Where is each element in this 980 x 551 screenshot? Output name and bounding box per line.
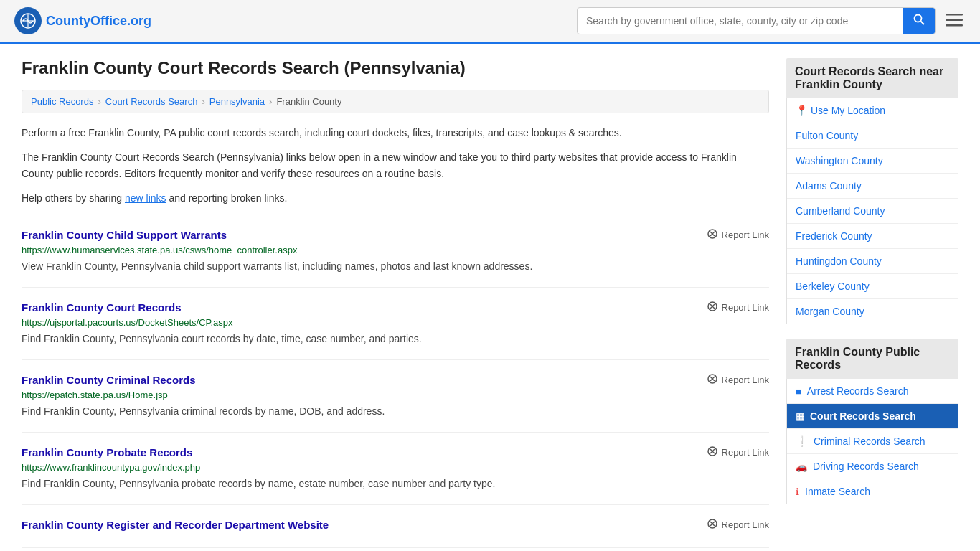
record-item: Franklin County Probate Records Report L… <box>22 433 769 505</box>
use-my-location-link[interactable]: 📍 Use My Location <box>787 98 958 123</box>
breadcrumb-public-records[interactable]: Public Records <box>31 96 93 107</box>
svg-rect-7 <box>946 24 963 27</box>
record-header: Franklin County Register and Recorder De… <box>22 518 769 532</box>
report-link-button[interactable]: Report Link <box>707 518 769 532</box>
report-link-label: Report Link <box>722 375 769 385</box>
report-link-button[interactable]: Report Link <box>707 301 769 314</box>
nearby-huntingdon-county[interactable]: Huntingdon County <box>787 249 958 274</box>
breadcrumb-court-records-search[interactable]: Court Records Search <box>105 96 198 107</box>
nearby-cumberland-county[interactable]: Cumberland County <box>787 199 958 224</box>
record-header: Franklin County Criminal Records Report … <box>22 373 769 387</box>
hamburger-menu-icon[interactable] <box>943 8 966 34</box>
report-link-label: Report Link <box>722 230 769 240</box>
record-item: Franklin County Criminal Records Report … <box>22 360 769 433</box>
header-right <box>577 7 966 34</box>
nearby-washington-county[interactable]: Washington County <box>787 149 958 174</box>
record-title[interactable]: Franklin County Register and Recorder De… <box>22 519 329 531</box>
record-title[interactable]: Franklin County Child Support Warrants <box>22 229 227 241</box>
description-2: The Franklin County Court Records Search… <box>22 149 769 182</box>
record-desc: Find Franklin County, Pennsylvania crimi… <box>22 404 769 419</box>
breadcrumb-pennsylvania[interactable]: Pennsylvania <box>209 96 265 107</box>
record-title[interactable]: Franklin County Probate Records <box>22 446 192 458</box>
arrest-records-link[interactable]: ■ Arrest Records Search <box>787 379 958 403</box>
record-header: Franklin County Court Records Report Lin… <box>22 301 769 314</box>
report-link-button[interactable]: Report Link <box>707 446 769 459</box>
nearby-berkeley-county[interactable]: Berkeley County <box>787 274 958 299</box>
sidebar-arrest-records: ■ Arrest Records Search <box>787 379 958 404</box>
nearby-section-title: Court Records Search near Franklin Count… <box>786 58 958 98</box>
arrest-icon: ■ <box>796 386 801 397</box>
logo-icon <box>14 7 42 34</box>
record-header: Franklin County Child Support Warrants R… <box>22 228 769 242</box>
new-links-link[interactable]: new links <box>125 192 166 204</box>
record-title[interactable]: Franklin County Court Records <box>22 301 182 314</box>
sidebar-court-records: ▦ Court Records Search <box>787 404 958 429</box>
nearby-adams-county[interactable]: Adams County <box>787 174 958 199</box>
description-1: Perform a free Franklin County, PA publi… <box>22 125 769 141</box>
record-item: Franklin County Register and Recorder De… <box>22 505 769 548</box>
sidebar-inmate-search: ℹ Inmate Search <box>787 479 958 504</box>
nearby-morgan-county[interactable]: Morgan County <box>787 299 958 324</box>
nearby-links-container: 📍 Use My Location Fulton County Washingt… <box>786 98 958 324</box>
report-link-label: Report Link <box>722 302 769 313</box>
record-url: https://ujsportal.pacourts.us/DocketShee… <box>22 317 769 328</box>
inmate-search-label: Inmate Search <box>805 486 870 497</box>
page-title: Franklin County Court Records Search (Pe… <box>22 58 769 78</box>
logo-text: CountyOffice.org <box>46 14 151 29</box>
svg-rect-6 <box>946 19 963 22</box>
report-link-button[interactable]: Report Link <box>707 373 769 387</box>
records-list: Franklin County Child Support Warrants R… <box>22 215 769 548</box>
court-records-link[interactable]: ▦ Court Records Search <box>787 404 958 428</box>
criminal-records-link[interactable]: ❕ Criminal Records Search <box>787 429 958 453</box>
report-icon <box>707 518 718 532</box>
nearby-frederick-county[interactable]: Frederick County <box>787 224 958 249</box>
criminal-records-label: Criminal Records Search <box>814 435 925 447</box>
report-icon <box>707 228 718 242</box>
driving-records-link[interactable]: 🚗 Driving Records Search <box>787 454 958 479</box>
record-url: https://epatch.state.pa.us/Home.jsp <box>22 390 769 400</box>
main-content: Franklin County Court Records Search (Pe… <box>22 58 769 548</box>
logo-area: CountyOffice.org <box>14 7 151 34</box>
record-desc: Find Franklin County, Pennsylvania proba… <box>22 476 769 491</box>
record-header: Franklin County Probate Records Report L… <box>22 446 769 459</box>
record-title[interactable]: Franklin County Criminal Records <box>22 374 196 386</box>
criminal-icon: ❕ <box>796 435 808 447</box>
report-link-button[interactable]: Report Link <box>707 228 769 242</box>
driving-icon: 🚗 <box>796 461 807 472</box>
record-url: https://www.humanservices.state.pa.us/cs… <box>22 245 769 255</box>
description-3-post: and reporting broken links. <box>166 192 288 204</box>
breadcrumb: Public Records › Court Records Search › … <box>22 90 769 113</box>
description-3: Help others by sharing new links and rep… <box>22 190 769 206</box>
report-link-label: Report Link <box>722 519 769 530</box>
breadcrumb-franklin-county: Franklin County <box>276 96 341 107</box>
use-location-label: Use My Location <box>811 105 885 116</box>
public-records-list: ■ Arrest Records Search ▦ Court Records … <box>786 379 958 504</box>
svg-point-3 <box>915 15 922 22</box>
breadcrumb-sep-2: › <box>202 96 204 107</box>
svg-line-4 <box>921 22 925 25</box>
search-input[interactable] <box>578 9 903 32</box>
public-records-section-title: Franklin County Public Records <box>786 339 958 379</box>
sidebar-criminal-records: ❕ Criminal Records Search <box>787 429 958 454</box>
sidebar: Court Records Search near Franklin Count… <box>786 58 958 548</box>
arrest-records-label: Arrest Records Search <box>807 385 909 397</box>
court-records-label: Court Records Search <box>810 410 916 422</box>
driving-records-label: Driving Records Search <box>813 461 919 472</box>
search-button[interactable] <box>903 8 935 34</box>
breadcrumb-sep-1: › <box>98 96 100 107</box>
record-desc: View Franklin County, Pennsylvania child… <box>22 259 769 274</box>
svg-rect-5 <box>946 14 963 16</box>
report-link-label: Report Link <box>722 447 769 458</box>
description-3-pre: Help others by sharing <box>22 192 125 204</box>
inmate-icon: ℹ <box>796 486 799 497</box>
inmate-search-link[interactable]: ℹ Inmate Search <box>787 479 958 504</box>
site-header: CountyOffice.org <box>0 0 980 44</box>
main-container: Franklin County Court Records Search (Pe… <box>0 44 980 551</box>
breadcrumb-sep-3: › <box>269 96 272 107</box>
record-url: https://www.franklincountypa.gov/index.p… <box>22 462 769 473</box>
court-icon: ▦ <box>796 411 804 422</box>
search-bar <box>577 7 936 34</box>
record-desc: Find Franklin County, Pennsylvania court… <box>22 331 769 347</box>
sidebar-driving-records: 🚗 Driving Records Search <box>787 454 958 479</box>
nearby-fulton-county[interactable]: Fulton County <box>787 123 958 149</box>
